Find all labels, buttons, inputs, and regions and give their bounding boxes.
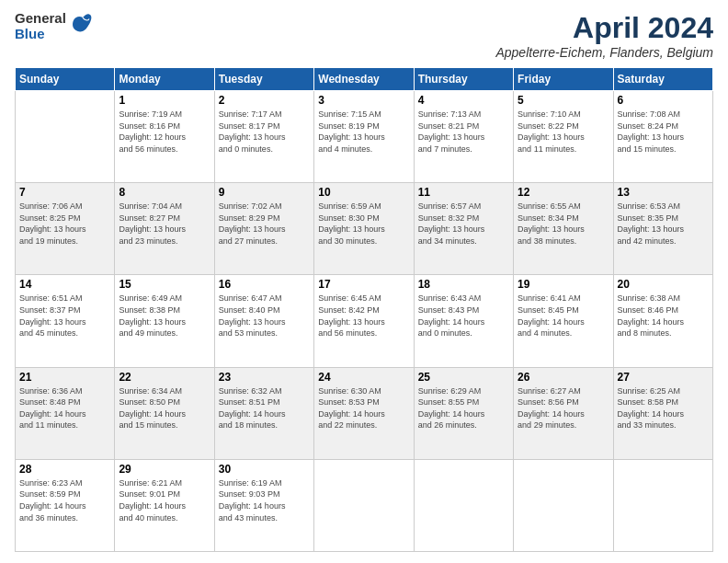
col-tuesday: Tuesday	[214, 68, 313, 91]
day-info: Sunrise: 6:19 AMSunset: 9:03 PMDaylight:…	[219, 477, 310, 523]
table-row: 10Sunrise: 6:59 AMSunset: 8:30 PMDayligh…	[314, 183, 414, 275]
day-number: 8	[119, 186, 210, 199]
day-number: 7	[19, 186, 110, 199]
calendar-week-3: 14Sunrise: 6:51 AMSunset: 8:37 PMDayligh…	[16, 275, 713, 367]
day-number: 14	[19, 278, 110, 291]
calendar-week-5: 28Sunrise: 6:23 AMSunset: 8:59 PMDayligh…	[16, 459, 713, 551]
calendar-week-2: 7Sunrise: 7:06 AMSunset: 8:25 PMDaylight…	[16, 183, 713, 275]
table-row: 3Sunrise: 7:15 AMSunset: 8:19 PMDaylight…	[314, 91, 414, 183]
day-info: Sunrise: 7:17 AMSunset: 8:17 PMDaylight:…	[219, 109, 310, 155]
day-info: Sunrise: 6:53 AMSunset: 8:35 PMDaylight:…	[618, 201, 709, 247]
table-row: 8Sunrise: 7:04 AMSunset: 8:27 PMDaylight…	[115, 183, 214, 275]
calendar-week-1: 1Sunrise: 7:19 AMSunset: 8:16 PMDaylight…	[16, 91, 713, 183]
table-row	[16, 91, 115, 183]
table-row: 12Sunrise: 6:55 AMSunset: 8:34 PMDayligh…	[514, 183, 613, 275]
table-row: 7Sunrise: 7:06 AMSunset: 8:25 PMDaylight…	[16, 183, 115, 275]
col-saturday: Saturday	[613, 68, 712, 91]
day-info: Sunrise: 7:15 AMSunset: 8:19 PMDaylight:…	[318, 109, 409, 155]
table-row: 29Sunrise: 6:21 AMSunset: 9:01 PMDayligh…	[115, 459, 214, 551]
day-number: 24	[318, 371, 409, 384]
table-row	[613, 459, 712, 551]
day-number: 16	[219, 278, 310, 291]
day-number: 2	[219, 94, 310, 107]
calendar-header-row: Sunday Monday Tuesday Wednesday Thursday…	[16, 68, 713, 91]
table-row	[314, 459, 414, 551]
day-info: Sunrise: 6:25 AMSunset: 8:58 PMDaylight:…	[618, 385, 709, 431]
month-title: April 2024	[495, 11, 713, 45]
day-number: 22	[119, 371, 210, 384]
day-info: Sunrise: 6:49 AMSunset: 8:38 PMDaylight:…	[119, 293, 210, 339]
day-info: Sunrise: 6:34 AMSunset: 8:50 PMDaylight:…	[119, 385, 210, 431]
day-info: Sunrise: 7:19 AMSunset: 8:16 PMDaylight:…	[119, 109, 210, 155]
calendar-table: Sunday Monday Tuesday Wednesday Thursday…	[15, 67, 713, 552]
table-row: 4Sunrise: 7:13 AMSunset: 8:21 PMDaylight…	[414, 91, 513, 183]
day-number: 17	[318, 278, 409, 291]
header: General Blue April 2024 Appelterre-Eiche…	[15, 11, 713, 60]
table-row: 18Sunrise: 6:43 AMSunset: 8:43 PMDayligh…	[414, 275, 513, 367]
day-info: Sunrise: 6:55 AMSunset: 8:34 PMDaylight:…	[518, 201, 609, 247]
day-number: 6	[618, 94, 709, 107]
table-row: 16Sunrise: 6:47 AMSunset: 8:40 PMDayligh…	[214, 275, 313, 367]
day-info: Sunrise: 7:10 AMSunset: 8:22 PMDaylight:…	[518, 109, 609, 155]
table-row: 15Sunrise: 6:49 AMSunset: 8:38 PMDayligh…	[115, 275, 214, 367]
table-row: 23Sunrise: 6:32 AMSunset: 8:51 PMDayligh…	[214, 367, 313, 459]
day-number: 20	[618, 278, 709, 291]
table-row: 5Sunrise: 7:10 AMSunset: 8:22 PMDaylight…	[514, 91, 613, 183]
calendar-week-4: 21Sunrise: 6:36 AMSunset: 8:48 PMDayligh…	[16, 367, 713, 459]
table-row: 27Sunrise: 6:25 AMSunset: 8:58 PMDayligh…	[613, 367, 712, 459]
table-row: 20Sunrise: 6:38 AMSunset: 8:46 PMDayligh…	[613, 275, 712, 367]
table-row: 28Sunrise: 6:23 AMSunset: 8:59 PMDayligh…	[16, 459, 115, 551]
table-row: 26Sunrise: 6:27 AMSunset: 8:56 PMDayligh…	[514, 367, 613, 459]
day-info: Sunrise: 6:30 AMSunset: 8:53 PMDaylight:…	[318, 385, 409, 431]
day-number: 15	[119, 278, 210, 291]
location-title: Appelterre-Eichem, Flanders, Belgium	[495, 45, 713, 60]
day-number: 23	[219, 371, 310, 384]
day-number: 5	[518, 94, 609, 107]
day-info: Sunrise: 6:41 AMSunset: 8:45 PMDaylight:…	[518, 293, 609, 339]
day-info: Sunrise: 6:21 AMSunset: 9:01 PMDaylight:…	[119, 477, 210, 523]
table-row	[414, 459, 513, 551]
col-wednesday: Wednesday	[314, 68, 414, 91]
day-number: 12	[518, 186, 609, 199]
day-info: Sunrise: 6:43 AMSunset: 8:43 PMDaylight:…	[418, 293, 509, 339]
logo-blue: Blue	[15, 27, 66, 42]
logo: General Blue	[15, 11, 96, 41]
table-row: 22Sunrise: 6:34 AMSunset: 8:50 PMDayligh…	[115, 367, 214, 459]
day-info: Sunrise: 6:29 AMSunset: 8:55 PMDaylight:…	[418, 385, 509, 431]
table-row: 9Sunrise: 7:02 AMSunset: 8:29 PMDaylight…	[214, 183, 313, 275]
day-number: 3	[318, 94, 409, 107]
day-number: 21	[19, 371, 110, 384]
day-info: Sunrise: 6:59 AMSunset: 8:30 PMDaylight:…	[318, 201, 409, 247]
day-info: Sunrise: 7:13 AMSunset: 8:21 PMDaylight:…	[418, 109, 509, 155]
day-info: Sunrise: 6:36 AMSunset: 8:48 PMDaylight:…	[19, 385, 110, 431]
day-number: 4	[418, 94, 509, 107]
table-row: 24Sunrise: 6:30 AMSunset: 8:53 PMDayligh…	[314, 367, 414, 459]
day-number: 9	[219, 186, 310, 199]
day-info: Sunrise: 7:04 AMSunset: 8:27 PMDaylight:…	[119, 201, 210, 247]
col-sunday: Sunday	[16, 68, 115, 91]
logo-bird-icon	[70, 11, 96, 41]
day-info: Sunrise: 7:06 AMSunset: 8:25 PMDaylight:…	[19, 201, 110, 247]
table-row: 30Sunrise: 6:19 AMSunset: 9:03 PMDayligh…	[214, 459, 313, 551]
table-row: 25Sunrise: 6:29 AMSunset: 8:55 PMDayligh…	[414, 367, 513, 459]
day-number: 25	[418, 371, 509, 384]
day-info: Sunrise: 6:38 AMSunset: 8:46 PMDaylight:…	[618, 293, 709, 339]
day-number: 30	[219, 463, 310, 476]
table-row: 2Sunrise: 7:17 AMSunset: 8:17 PMDaylight…	[214, 91, 313, 183]
day-number: 1	[119, 94, 210, 107]
table-row: 1Sunrise: 7:19 AMSunset: 8:16 PMDaylight…	[115, 91, 214, 183]
day-info: Sunrise: 6:47 AMSunset: 8:40 PMDaylight:…	[219, 293, 310, 339]
table-row: 13Sunrise: 6:53 AMSunset: 8:35 PMDayligh…	[613, 183, 712, 275]
day-info: Sunrise: 6:27 AMSunset: 8:56 PMDaylight:…	[518, 385, 609, 431]
day-info: Sunrise: 6:51 AMSunset: 8:37 PMDaylight:…	[19, 293, 110, 339]
col-thursday: Thursday	[414, 68, 513, 91]
day-number: 29	[119, 463, 210, 476]
day-number: 10	[318, 186, 409, 199]
day-info: Sunrise: 6:32 AMSunset: 8:51 PMDaylight:…	[219, 385, 310, 431]
day-number: 27	[618, 371, 709, 384]
day-number: 13	[618, 186, 709, 199]
day-number: 11	[418, 186, 509, 199]
table-row: 14Sunrise: 6:51 AMSunset: 8:37 PMDayligh…	[16, 275, 115, 367]
col-friday: Friday	[514, 68, 613, 91]
table-row: 11Sunrise: 6:57 AMSunset: 8:32 PMDayligh…	[414, 183, 513, 275]
